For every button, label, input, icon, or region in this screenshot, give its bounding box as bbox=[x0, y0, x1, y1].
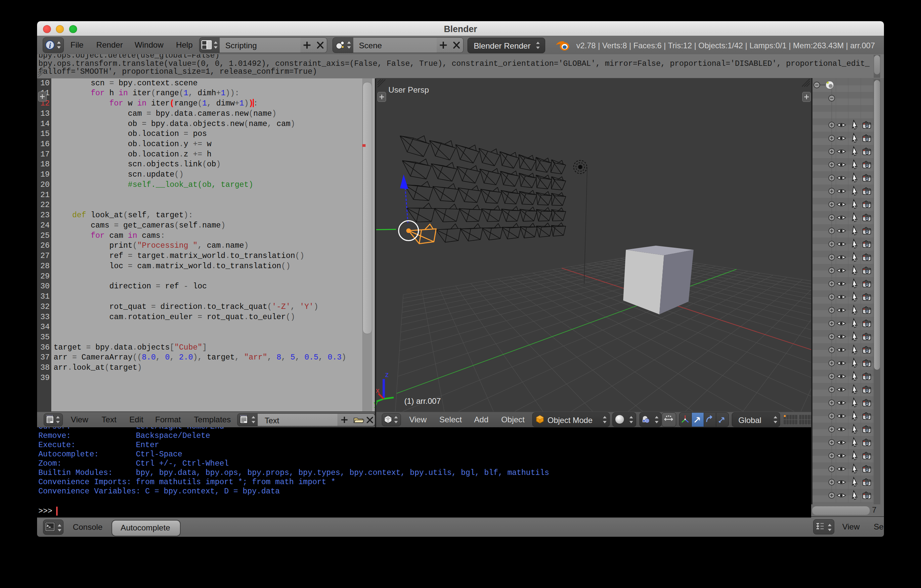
svg-text:x: x bbox=[376, 386, 379, 395]
svg-text:i: i bbox=[49, 41, 51, 50]
svg-text:z: z bbox=[385, 370, 389, 378]
